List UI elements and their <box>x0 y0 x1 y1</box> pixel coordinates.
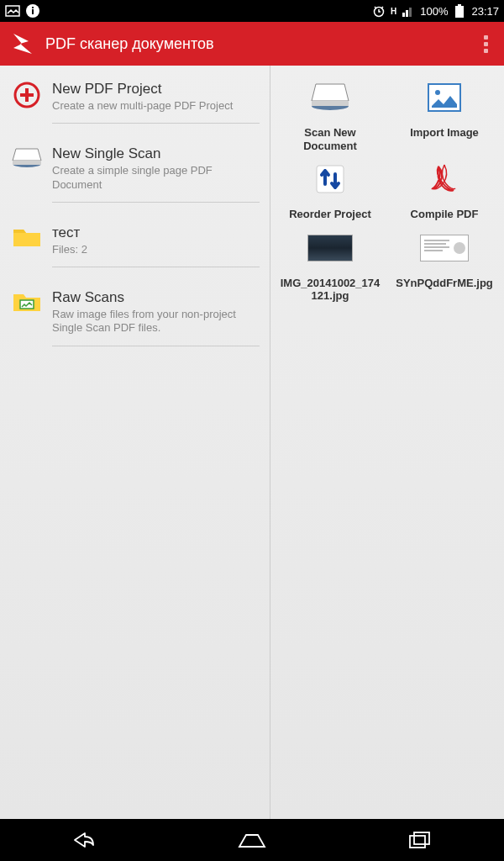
alarm-icon <box>371 3 386 18</box>
grid-item-label: Scan New Document <box>276 126 385 152</box>
sidebar-item-new-single-scan[interactable]: New Single Scan Create a simple single p… <box>0 134 270 213</box>
grid-action-compile-pdf[interactable]: Compile PDF <box>390 159 499 221</box>
sidebar-item-raw-scans[interactable]: Raw Scans Raw image files from your non-… <box>0 277 270 357</box>
svg-rect-24 <box>424 250 443 251</box>
svg-rect-20 <box>317 166 344 193</box>
info-icon <box>25 3 40 18</box>
status-bar: H 100% 23:17 <box>0 0 504 22</box>
grid-item-label: IMG_20141002_174121.jpg <box>276 277 385 303</box>
svg-rect-26 <box>410 836 425 848</box>
svg-rect-3 <box>32 7 34 8</box>
grid-item-label: Reorder Project <box>286 208 375 221</box>
list-item-title: тест <box>52 224 260 241</box>
battery-percent: 100% <box>420 5 448 18</box>
list-item-subtitle: Files: 2 <box>52 243 260 256</box>
svg-rect-22 <box>424 243 446 245</box>
image-thumbnail-icon <box>422 228 467 268</box>
back-button[interactable] <box>59 827 109 853</box>
svg-rect-21 <box>424 240 449 241</box>
list-item-title: New Single Scan <box>52 145 260 162</box>
folder-icon <box>10 224 44 258</box>
svg-rect-6 <box>406 10 408 17</box>
action-grid: Scan New Document Import Image Reorder P… <box>270 66 504 819</box>
svg-rect-14 <box>13 161 41 165</box>
sidebar-item-test-folder[interactable]: тест Files: 2 <box>0 213 270 277</box>
svg-rect-2 <box>32 9 34 14</box>
svg-point-19 <box>435 90 440 95</box>
folder-image-icon <box>10 289 44 323</box>
app-bar: PDF сканер документов <box>0 22 504 66</box>
reorder-arrows-icon <box>307 159 353 199</box>
svg-rect-17 <box>312 101 349 106</box>
grid-file-img-20141002[interactable]: IMG_20141002_174121.jpg <box>276 228 385 303</box>
grid-action-import-image[interactable]: Import Image <box>390 77 499 152</box>
clock-time: 23:17 <box>471 5 499 18</box>
grid-item-label: Compile PDF <box>407 208 482 221</box>
plus-circle-icon <box>10 81 44 114</box>
list-item-title: New PDF Project <box>52 81 260 98</box>
network-type: H <box>391 7 396 16</box>
image-thumbnail-icon <box>307 228 353 268</box>
grid-action-scan-new-document[interactable]: Scan New Document <box>276 77 385 152</box>
app-title: PDF сканер документов <box>45 35 475 53</box>
list-item-subtitle: Create a simple single page PDF Document <box>52 164 260 192</box>
list-item-title: Raw Scans <box>52 289 260 306</box>
home-button[interactable] <box>227 827 277 853</box>
recent-apps-button[interactable] <box>395 827 445 853</box>
battery-icon <box>452 3 467 18</box>
grid-item-label: SYnPQddFrME.jpg <box>392 277 496 290</box>
pdf-icon <box>422 159 467 199</box>
svg-rect-27 <box>414 832 429 844</box>
sidebar-list: New PDF Project Create a new multi-page … <box>0 66 270 819</box>
app-logo-icon <box>8 29 37 58</box>
svg-point-25 <box>454 242 465 254</box>
svg-rect-5 <box>402 13 405 17</box>
overflow-menu-button[interactable] <box>475 35 496 53</box>
svg-rect-8 <box>458 4 461 6</box>
svg-rect-7 <box>409 8 412 17</box>
grid-item-label: Import Image <box>407 126 482 140</box>
svg-rect-9 <box>455 6 464 18</box>
svg-rect-23 <box>424 246 449 248</box>
signal-icon <box>401 3 416 18</box>
list-item-subtitle: Raw image files from your non-project Si… <box>52 308 260 335</box>
list-item-subtitle: Create a new multi-page PDF Project <box>52 99 260 113</box>
scanner-icon <box>10 145 44 179</box>
gallery-icon <box>5 3 20 18</box>
sidebar-item-new-pdf-project[interactable]: New PDF Project Create a new multi-page … <box>0 69 270 134</box>
image-icon <box>422 77 467 118</box>
grid-action-reorder-project[interactable]: Reorder Project <box>276 159 385 221</box>
grid-file-synpqddfrme[interactable]: SYnPQddFrME.jpg <box>390 228 499 303</box>
scanner-icon <box>307 77 353 118</box>
android-nav-bar <box>0 819 504 861</box>
svg-rect-12 <box>20 93 34 97</box>
